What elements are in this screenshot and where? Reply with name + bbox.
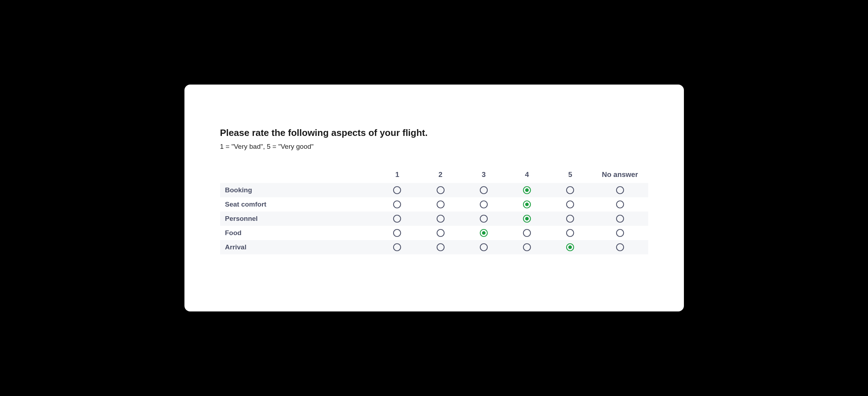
radio-option[interactable] [436, 243, 445, 252]
radio-option[interactable] [479, 214, 488, 223]
radio-option[interactable] [566, 229, 574, 237]
svg-point-0 [394, 187, 401, 194]
radio-option[interactable] [566, 186, 574, 194]
radio-option[interactable] [523, 243, 531, 252]
svg-point-50 [437, 244, 444, 251]
matrix-header-4: 4 [505, 168, 548, 183]
radio-option[interactable] [616, 214, 624, 223]
table-row: Arrival [220, 240, 648, 254]
radio-option[interactable] [523, 200, 531, 209]
radio-option[interactable] [523, 214, 531, 223]
radio-option[interactable] [393, 186, 401, 194]
matrix-header-5: 5 [549, 168, 592, 183]
radio-option[interactable] [616, 186, 624, 194]
radio-cell [549, 240, 592, 254]
radio-option[interactable] [479, 186, 488, 194]
svg-point-20 [567, 201, 574, 208]
radio-cell [419, 183, 462, 197]
radio-cell [419, 240, 462, 254]
radio-option[interactable] [393, 200, 401, 209]
radio-option[interactable] [479, 243, 488, 252]
svg-point-24 [394, 215, 401, 222]
svg-point-22 [616, 201, 624, 208]
row-label: Personnel [220, 212, 376, 226]
radio-option[interactable] [393, 214, 401, 223]
svg-point-8 [567, 187, 574, 194]
radio-cell [592, 240, 648, 254]
radio-cell [592, 197, 648, 212]
matrix-header-row: 1 2 3 4 5 No answer [220, 168, 648, 183]
radio-cell [419, 226, 462, 240]
table-row: Booking [220, 183, 648, 197]
radio-option[interactable] [616, 243, 624, 252]
svg-point-7 [525, 188, 529, 192]
matrix-body: BookingSeat comfortPersonnelFoodArrival [220, 183, 648, 254]
radio-option[interactable] [479, 200, 488, 209]
radio-cell [462, 240, 505, 254]
radio-option[interactable] [479, 229, 488, 237]
svg-point-44 [567, 229, 574, 237]
svg-point-36 [394, 229, 401, 237]
radio-cell [462, 212, 505, 226]
svg-point-54 [523, 244, 531, 251]
svg-point-26 [437, 215, 444, 222]
radio-cell [592, 183, 648, 197]
radio-cell [505, 240, 548, 254]
svg-point-12 [394, 201, 401, 208]
row-label: Food [220, 226, 376, 240]
radio-cell [592, 226, 648, 240]
radio-cell [376, 183, 419, 197]
radio-option[interactable] [566, 200, 574, 209]
radio-option[interactable] [436, 200, 445, 209]
radio-cell [592, 212, 648, 226]
radio-option[interactable] [566, 243, 574, 252]
radio-cell [376, 197, 419, 212]
svg-point-38 [437, 229, 444, 237]
svg-point-2 [437, 187, 444, 194]
radio-option[interactable] [393, 243, 401, 252]
radio-option[interactable] [393, 229, 401, 237]
radio-cell [376, 226, 419, 240]
radio-option[interactable] [523, 186, 531, 194]
row-label: Booking [220, 183, 376, 197]
svg-point-31 [525, 217, 529, 220]
radio-cell [462, 183, 505, 197]
radio-cell [462, 197, 505, 212]
svg-point-58 [616, 244, 624, 251]
radio-option[interactable] [436, 186, 445, 194]
row-label: Seat comfort [220, 197, 376, 212]
svg-point-34 [616, 215, 624, 222]
matrix-header-3: 3 [462, 168, 505, 183]
table-row: Personnel [220, 212, 648, 226]
radio-cell [549, 226, 592, 240]
svg-point-4 [480, 187, 487, 194]
matrix-header-2: 2 [419, 168, 462, 183]
matrix-header-noanswer: No answer [592, 168, 648, 183]
radio-option[interactable] [523, 229, 531, 237]
question-subtitle: 1 = "Very bad", 5 = "Very good" [220, 143, 648, 151]
radio-cell [549, 197, 592, 212]
radio-option[interactable] [436, 229, 445, 237]
svg-point-19 [525, 203, 529, 206]
radio-cell [549, 183, 592, 197]
radio-cell [419, 212, 462, 226]
survey-card: Please rate the following aspects of you… [184, 85, 684, 311]
matrix-header-blank [220, 168, 376, 183]
matrix-header-1: 1 [376, 168, 419, 183]
rating-matrix: 1 2 3 4 5 No answer BookingSeat comfortP… [220, 168, 648, 254]
table-row: Seat comfort [220, 197, 648, 212]
svg-point-28 [480, 215, 487, 222]
svg-point-42 [523, 229, 531, 237]
radio-cell [376, 240, 419, 254]
svg-point-14 [437, 201, 444, 208]
table-row: Food [220, 226, 648, 240]
radio-option[interactable] [616, 229, 624, 237]
svg-point-48 [394, 244, 401, 251]
radio-option[interactable] [566, 214, 574, 223]
svg-point-10 [616, 187, 624, 194]
radio-cell [505, 197, 548, 212]
radio-option[interactable] [616, 200, 624, 209]
svg-point-52 [480, 244, 487, 251]
radio-option[interactable] [436, 214, 445, 223]
radio-cell [505, 212, 548, 226]
